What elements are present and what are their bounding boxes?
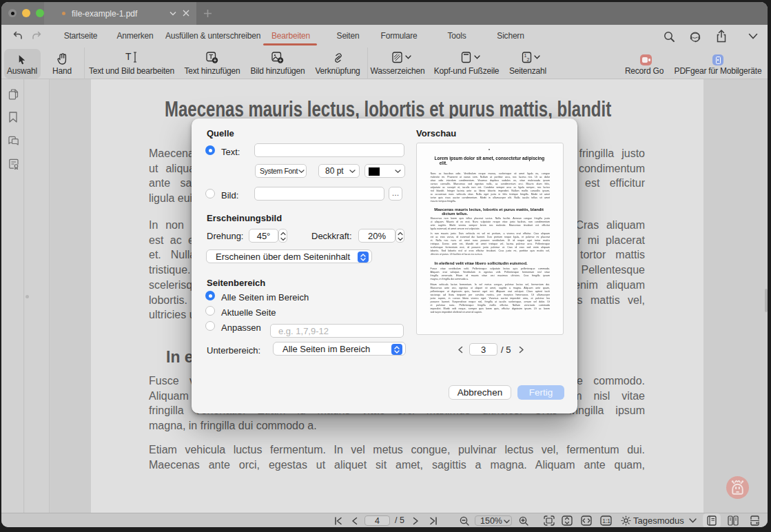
svg-text:1:1: 1:1 [602,518,610,524]
svg-text:2: 2 [527,57,530,62]
